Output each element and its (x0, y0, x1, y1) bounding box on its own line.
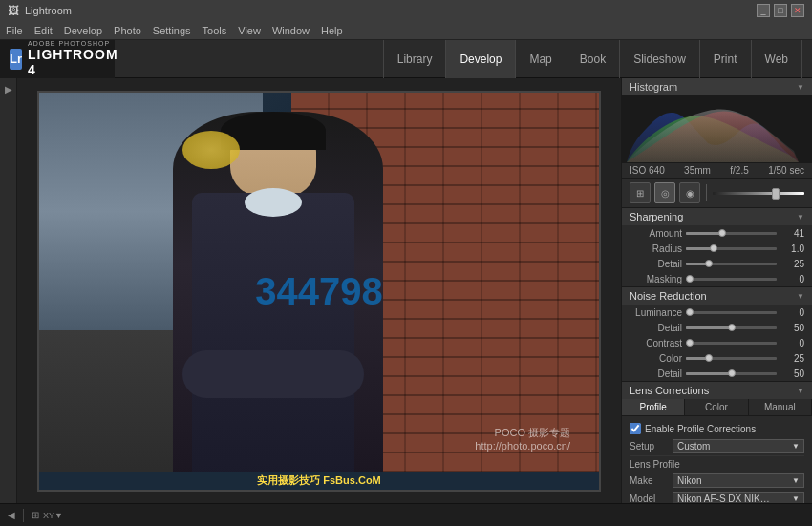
setup-row: Setup Custom ▼ (630, 437, 804, 455)
exposure-slider[interactable] (713, 192, 804, 195)
nr-luminance-slider[interactable] (686, 306, 777, 318)
red-eye-tool[interactable]: ◉ (679, 182, 700, 203)
tab-print[interactable]: Print (700, 40, 752, 78)
left-panel: ▶ (0, 78, 17, 503)
nr-color-detail-track (686, 372, 777, 375)
nr-color-row: Color 25 (622, 350, 812, 366)
menu-file[interactable]: File (6, 25, 23, 36)
tab-develop[interactable]: Develop (446, 40, 516, 78)
noise-reduction-title: Noise Reduction (630, 290, 707, 302)
setup-dropdown-icon[interactable]: ▼ (792, 442, 800, 451)
sharpening-amount-thumb[interactable] (718, 229, 726, 237)
right-panel: Histogram ▼ (621, 78, 812, 503)
sharpening-amount-fill (686, 232, 722, 235)
lr-adobe-label: ADOBE PHOTOSHOP (28, 40, 118, 47)
filmstrip-sort-icon[interactable]: ⊞ (32, 510, 39, 520)
noise-chevron[interactable]: ▼ (797, 292, 804, 301)
tab-slideshow[interactable]: Slideshow (620, 40, 700, 78)
nr-contrast-thumb[interactable] (686, 339, 694, 347)
bottom-bar-text: 实用摄影技巧 FsBus.CoM (39, 472, 599, 490)
maximize-button[interactable]: □ (774, 4, 787, 17)
sharpening-detail-value: 25 (780, 259, 804, 269)
sharpening-radius-thumb[interactable] (710, 244, 717, 252)
left-panel-arrow[interactable]: ▶ (5, 84, 12, 95)
photo-container: 344798 POCO 摄影专题 http://photo.poco.cn/ 实… (37, 91, 601, 492)
filmstrip-separator (23, 509, 24, 522)
make-value-field[interactable]: Nikon ▼ (673, 473, 804, 488)
menu-settings[interactable]: Settings (153, 25, 191, 36)
lr-app-name: LIGHTROOM 4 (28, 47, 118, 77)
enable-profile-row: Enable Profile Corrections (630, 420, 804, 437)
close-button[interactable]: ✕ (791, 4, 804, 17)
tools-row: ⊞ ◎ ◉ (622, 179, 812, 208)
menu-window[interactable]: Window (272, 25, 310, 36)
nr-color-detail-slider[interactable] (686, 368, 777, 379)
nr-color-slider[interactable] (686, 352, 777, 364)
sharpening-chevron[interactable]: ▼ (797, 213, 804, 221)
lens-corrections-section: Lens Corrections ▼ Profile Color Manual … (622, 382, 812, 503)
lens-tab-manual[interactable]: Manual (749, 399, 812, 415)
model-row: Model Nikon AF-S DX NIKKOR 35mm... ▼ (630, 490, 804, 503)
tools-divider (706, 184, 707, 201)
lens-tab-color[interactable]: Color (685, 399, 748, 415)
nav-tabs: Library Develop Map Book Slideshow Print… (383, 40, 812, 78)
model-value-field[interactable]: Nikon AF-S DX NIKKOR 35mm... ▼ (673, 492, 804, 503)
lens-corrections-header: Lens Corrections ▼ (622, 382, 812, 399)
nr-color-detail-thumb[interactable] (728, 369, 736, 377)
model-dropdown-icon[interactable]: ▼ (792, 494, 800, 503)
title-bar-controls[interactable]: _ □ ✕ (757, 4, 804, 17)
lens-tab-profile[interactable]: Profile (622, 399, 685, 415)
sharpening-detail-label: Detail (630, 259, 682, 269)
make-label: Make (630, 475, 673, 486)
menu-photo[interactable]: Photo (114, 25, 141, 36)
filmstrip-prev-icon[interactable]: ◀ (8, 510, 15, 520)
nr-detail-slider[interactable] (686, 322, 777, 333)
menu-bar: File Edit Develop Photo Settings Tools V… (0, 21, 812, 40)
menu-tools[interactable]: Tools (203, 25, 227, 36)
tab-map[interactable]: Map (516, 40, 566, 78)
sharpening-radius-value: 1.0 (780, 243, 804, 254)
histogram-svg (622, 95, 812, 162)
histogram-chevron[interactable]: ▼ (797, 83, 804, 92)
nr-luminance-thumb[interactable] (686, 308, 694, 316)
sharpening-masking-thumb[interactable] (686, 275, 694, 283)
enable-profile-checkbox[interactable] (630, 423, 641, 434)
menu-edit[interactable]: Edit (34, 25, 53, 36)
nr-color-thumb[interactable] (705, 354, 713, 362)
histogram-canvas (622, 95, 812, 162)
crop-tool[interactable]: ⊞ (630, 182, 651, 203)
lens-tabs: Profile Color Manual (622, 399, 812, 416)
tab-book[interactable]: Book (566, 40, 620, 78)
make-dropdown-icon[interactable]: ▼ (792, 476, 800, 485)
sharpening-header: Sharpening ▼ (622, 208, 812, 225)
tab-web[interactable]: Web (752, 40, 802, 78)
exposure-slider-thumb[interactable] (772, 188, 780, 200)
spot-removal-tool[interactable]: ◎ (654, 182, 675, 203)
nr-luminance-row: Luminance 0 (622, 305, 812, 320)
lens-chevron[interactable]: ▼ (797, 387, 804, 395)
setup-value-field[interactable]: Custom ▼ (673, 439, 804, 453)
aperture-label: f/2.5 (730, 165, 748, 176)
menu-develop[interactable]: Develop (64, 25, 102, 36)
content-area: ▶ (0, 78, 812, 503)
menu-view[interactable]: View (238, 25, 261, 36)
nr-detail-thumb[interactable] (728, 324, 736, 331)
menu-help[interactable]: Help (321, 25, 343, 36)
iso-label: ISO 640 (630, 165, 665, 176)
watermark-large: 344798 (255, 269, 382, 312)
sharpening-amount-slider[interactable] (686, 227, 777, 239)
sharpening-masking-track (686, 278, 777, 281)
sharpening-radius-track (686, 247, 777, 250)
filmstrip-xy-icon[interactable]: XY▼ (43, 511, 63, 520)
make-row: Make Nikon ▼ (630, 472, 804, 490)
sharpening-detail-thumb[interactable] (705, 260, 713, 267)
minimize-button[interactable]: _ (757, 4, 770, 17)
nr-luminance-value: 0 (780, 307, 804, 318)
sharpening-masking-slider[interactable] (686, 273, 777, 284)
tab-library[interactable]: Library (383, 40, 447, 78)
model-value-text: Nikon AF-S DX NIKKOR 35mm... (677, 494, 773, 503)
noise-reduction-section: Noise Reduction ▼ Luminance 0 Detail (622, 287, 812, 382)
sharpening-detail-slider[interactable] (686, 258, 777, 269)
nr-contrast-slider[interactable] (686, 337, 777, 348)
sharpening-radius-slider[interactable] (686, 242, 777, 254)
